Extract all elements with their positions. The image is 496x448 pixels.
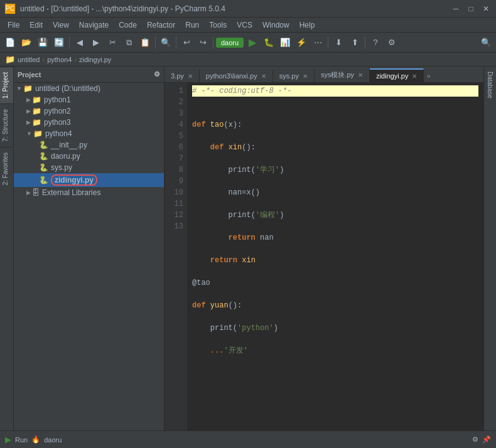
- zidingyi-file-icon: 🐍: [39, 176, 48, 184]
- tab-project[interactable]: 1: Project: [0, 67, 13, 104]
- code-line-10: @tao: [192, 277, 478, 289]
- editor-content: 1 2 3 4 5 6 7 8 9 10 11 12 13 # -*- codi…: [164, 83, 483, 430]
- ext-lib-label: External Libraries: [42, 188, 100, 197]
- close-sysmod[interactable]: ✕: [358, 72, 363, 78]
- tree-python1[interactable]: ▶ 📁 python1: [14, 94, 164, 105]
- close-button[interactable]: ✕: [481, 4, 491, 14]
- tab-3py[interactable]: 3.py ✕: [164, 70, 200, 82]
- sep2: [155, 36, 156, 49]
- run-btn[interactable]: ▶: [245, 35, 260, 50]
- copy-btn[interactable]: ⧉: [121, 35, 136, 50]
- code-line-9: return xin: [192, 255, 478, 266]
- tab-favorites[interactable]: 2: Favorites: [0, 147, 13, 190]
- tree-init[interactable]: 🐍 __init__.py: [14, 139, 164, 151]
- settings-btn[interactable]: ⚙: [384, 35, 399, 50]
- tab-zidingyi[interactable]: zidingyi.py ✕: [370, 68, 424, 82]
- save-btn[interactable]: 💾: [35, 35, 50, 50]
- code-line-4: def xin():: [192, 142, 478, 153]
- menu-file[interactable]: File: [3, 19, 24, 31]
- pin-btn[interactable]: 📌: [482, 435, 491, 444]
- menu-view[interactable]: View: [48, 19, 74, 31]
- window-title: untitled - [D:\untitled] - ...\python4\z…: [20, 4, 451, 13]
- new-file-btn[interactable]: 📄: [3, 35, 18, 50]
- sep6: [365, 36, 365, 49]
- code-line-11: def yuan():: [192, 300, 478, 311]
- bc-file[interactable]: zidingyi.py: [79, 56, 111, 63]
- tab-lianxi[interactable]: python3\lianxi.py ✕: [200, 70, 273, 82]
- back-btn[interactable]: ◀: [72, 35, 87, 50]
- more-tabs-btn[interactable]: »: [424, 70, 433, 82]
- menu-navigate[interactable]: Navigate: [74, 19, 114, 31]
- tree-python4[interactable]: ▼ 📁 python4: [14, 128, 164, 139]
- project-panel: Project ⚙ ▼ 📁 untitled (D:\untitled) ▶ 📁…: [14, 67, 164, 430]
- run-config-selector[interactable]: daoru: [216, 38, 244, 48]
- search-btn[interactable]: 🔍: [158, 35, 173, 50]
- close-zidingyi[interactable]: ✕: [412, 73, 417, 80]
- bc-project[interactable]: untitled: [18, 56, 40, 63]
- bottom-area: ▶ Run 🔥 daoru ⚙ 📌 ▶ ▲ ■ ▼ ⏸ ↵ 🗑 D:\pytho…: [0, 430, 496, 448]
- breadcrumb: 📁 untitled › python4 › zidingyi.py: [0, 53, 496, 67]
- tree-python3[interactable]: ▶ 📁 python3: [14, 117, 164, 128]
- tree-python2[interactable]: ▶ 📁 python2: [14, 105, 164, 117]
- vcs-update-btn[interactable]: ⬇: [331, 35, 346, 50]
- p4-arrow: ▼: [26, 131, 32, 137]
- menu-window[interactable]: Window: [257, 19, 294, 31]
- database-tab[interactable]: Database: [485, 67, 495, 104]
- run-config-label: daoru: [221, 39, 239, 46]
- fwd-btn[interactable]: ▶: [89, 35, 104, 50]
- bc-folder[interactable]: python4: [47, 56, 72, 63]
- run-panel-label: Run: [15, 436, 28, 444]
- vcs-commit-btn[interactable]: ⬆: [347, 35, 362, 50]
- tab-sys[interactable]: sys.py ✕: [273, 70, 315, 82]
- minimize-button[interactable]: ─: [451, 4, 461, 14]
- gear-icon[interactable]: ⚙: [154, 70, 160, 78]
- sync-btn[interactable]: 🔄: [51, 35, 67, 50]
- paste-btn[interactable]: 📋: [137, 35, 153, 50]
- menu-help[interactable]: Help: [294, 19, 320, 31]
- close-sys[interactable]: ✕: [303, 73, 308, 80]
- coverage-btn[interactable]: 📊: [278, 35, 293, 50]
- close-3py[interactable]: ✕: [188, 73, 193, 80]
- tree-zidingyi[interactable]: 🐍 zidingyi.py: [14, 173, 164, 187]
- tree-external-libs[interactable]: ▶ 🗄 External Libraries: [14, 187, 164, 198]
- menu-bar: File Edit View Navigate Code Refactor Ru…: [0, 18, 496, 33]
- title-bar: PC untitled - [D:\untitled] - ...\python…: [0, 0, 496, 18]
- project-icon: 📁: [5, 55, 15, 64]
- menu-run[interactable]: Run: [180, 19, 204, 31]
- tab-structure[interactable]: 7: Structure: [0, 104, 13, 147]
- close-lianxi[interactable]: ✕: [261, 73, 266, 80]
- menu-tools[interactable]: Tools: [204, 19, 232, 31]
- tree-daoru[interactable]: 🐍 daoru.py: [14, 151, 164, 162]
- init-label: __init__.py: [51, 141, 87, 149]
- project-header: Project ⚙: [14, 67, 164, 83]
- tree-root[interactable]: ▼ 📁 untitled (D:\untitled): [14, 83, 164, 94]
- code-line-5: print('学习'): [192, 164, 478, 176]
- code-line-12: print('python'): [192, 323, 478, 334]
- open-btn[interactable]: 📂: [19, 35, 34, 50]
- run-header: ▶ Run 🔥 daoru ⚙ 📌: [0, 431, 496, 448]
- menu-vcs[interactable]: VCS: [232, 19, 257, 31]
- settings-run-btn[interactable]: ⚙: [472, 435, 478, 444]
- code-editor[interactable]: # -*- coding:utf-8 -*- def tao(x): def x…: [187, 83, 483, 430]
- help-btn[interactable]: ?: [368, 35, 383, 50]
- redo-btn[interactable]: ↪: [195, 35, 210, 50]
- tab-sysmod[interactable]: sys模块.py ✕: [315, 68, 370, 82]
- debug-btn[interactable]: 🐛: [261, 35, 276, 50]
- profile-btn[interactable]: ⚡: [294, 35, 309, 50]
- menu-code[interactable]: Code: [114, 19, 142, 31]
- cut-btn[interactable]: ✂: [105, 35, 120, 50]
- p1-folder-icon: 📁: [32, 95, 41, 104]
- p4-folder-icon: 📁: [33, 129, 43, 138]
- tree-sys[interactable]: 🐍 sys.py: [14, 162, 164, 173]
- more-btn[interactable]: ⋯: [310, 35, 325, 50]
- global-search-btn[interactable]: 🔍: [478, 35, 493, 50]
- code-line-7: print('编程'): [192, 210, 478, 221]
- window-controls: ─ □ ✕: [451, 4, 491, 14]
- code-line-3: def tao(x):: [192, 119, 478, 131]
- maximize-button[interactable]: □: [466, 4, 476, 14]
- menu-refactor[interactable]: Refactor: [142, 19, 180, 31]
- bc-sep2: ›: [74, 56, 77, 63]
- tab-3py-label: 3.py: [171, 72, 184, 80]
- undo-btn[interactable]: ↩: [179, 35, 194, 50]
- menu-edit[interactable]: Edit: [24, 19, 48, 31]
